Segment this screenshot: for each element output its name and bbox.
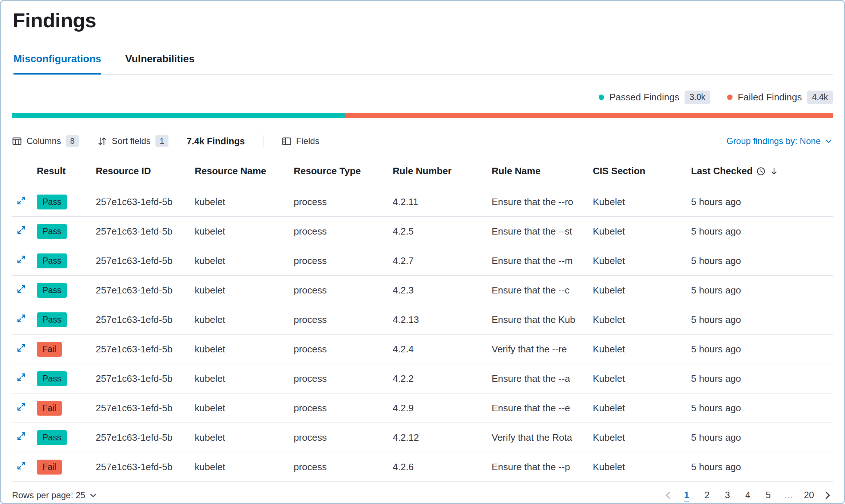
group-findings-by-button[interactable]: Group findings by: None [726,136,833,146]
col-header-rule-name[interactable]: Rule Name [487,156,588,187]
last-checked-cell: 5 hours ago [687,187,833,217]
resource-type-cell: process [289,276,388,305]
result-cell: Pass [32,187,91,217]
next-page-icon[interactable] [822,490,833,501]
group-findings-by-label: Group findings by: None [726,136,821,146]
rule-number-cell: 4.2.3 [388,276,487,305]
resource-type-cell: process [289,364,388,393]
table-row: Fail 257e1c63-1efd-5b kubelet process 4.… [12,452,833,482]
resource-id-cell: 257e1c63-1efd-5b [91,423,190,452]
passed-findings-legend: Passed Findings 3.0k [599,91,710,104]
result-badge: Pass [37,430,67,445]
resource-name-cell: kubelet [190,246,289,276]
resource-type-cell: process [289,217,388,246]
rule-number-cell: 4.2.5 [388,217,487,246]
pagination-page-5[interactable]: 5 [761,488,775,503]
expand-cell [12,246,32,276]
last-checked-cell: 5 hours ago [687,305,833,335]
expand-row-icon[interactable] [16,461,26,471]
resource-id-cell: 257e1c63-1efd-5b [91,246,190,276]
expand-row-icon[interactable] [16,402,26,412]
pagination-page-4[interactable]: 4 [741,488,755,503]
pagination-page-2[interactable]: 2 [700,488,714,503]
result-badge: Pass [37,371,67,386]
rule-name-cell: Ensure that the --st [487,217,588,246]
expand-row-icon[interactable] [16,431,26,441]
result-badge: Fail [37,401,62,416]
table-toolbar: Columns 8 Sort fields 1 7.4k Findings Fi… [12,135,833,147]
failed-bar-segment [345,113,833,118]
resource-name-cell: kubelet [190,423,289,452]
rows-per-page-button[interactable]: Rows per page: 25 [12,490,98,500]
rule-name-cell: Ensure that the --e [487,393,588,423]
col-header-last-checked[interactable]: Last Checked [687,156,833,187]
columns-grid-icon [12,136,22,146]
cis-section-cell: Kubelet [588,452,687,482]
col-header-resource-name[interactable]: Resource Name [190,156,289,187]
result-cell: Pass [32,423,91,452]
result-cell: Pass [32,246,91,276]
columns-count-badge: 8 [66,135,79,147]
tabs: Misconfigurations Vulnerabilities [12,53,833,75]
result-cell: Fail [32,393,91,423]
columns-button[interactable]: Columns 8 [12,135,79,147]
rule-name-cell: Ensure that the --a [487,364,588,393]
last-checked-label: Last Checked [691,165,753,177]
rule-name-cell: Ensure that the --p [487,452,588,482]
resource-name-cell: kubelet [190,276,289,305]
fields-button[interactable]: Fields [282,136,320,146]
result-cell: Pass [32,217,91,246]
result-badge: Fail [37,342,62,357]
result-badge: Pass [37,195,67,209]
pagination-page-20[interactable]: 20 [802,488,816,503]
expand-row-icon[interactable] [16,225,26,235]
pagination-page-3[interactable]: 3 [720,488,735,503]
expand-row-icon[interactable] [16,255,26,264]
col-header-rule-number[interactable]: Rule Number [388,156,487,187]
distribution-legend: Passed Findings 3.0k Failed Findings 4.4… [12,91,833,104]
rule-number-cell: 4.2.11 [388,187,487,217]
sort-fields-button[interactable]: Sort fields 1 [97,135,168,147]
resource-id-cell: 257e1c63-1efd-5b [91,276,190,305]
resource-id-cell: 257e1c63-1efd-5b [91,335,190,364]
rows-per-page-label: Rows per page: 25 [12,490,85,500]
columns-label: Columns [27,136,61,146]
previous-page-icon[interactable] [663,490,674,501]
rule-number-cell: 4.2.12 [388,423,487,452]
pagination-pages: 12345…20 [679,488,816,503]
rule-name-cell: Ensure that the --c [487,276,588,305]
failed-dot-icon [727,95,733,100]
col-header-result[interactable]: Result [32,156,91,187]
expand-cell [12,364,32,393]
expand-cell [12,217,32,246]
result-badge: Pass [37,224,67,239]
result-cell: Fail [32,335,91,364]
pagination-page-1[interactable]: 1 [679,488,694,503]
col-header-resource-id[interactable]: Resource ID [91,156,190,187]
table-row: Pass 257e1c63-1efd-5b kubelet process 4.… [12,217,833,246]
resource-type-cell: process [289,423,388,452]
expand-row-icon[interactable] [16,196,26,205]
expand-row-icon[interactable] [16,372,26,382]
resource-id-cell: 257e1c63-1efd-5b [91,187,190,217]
tab-vulnerabilities[interactable]: Vulnerabilities [125,53,194,74]
tab-misconfigurations[interactable]: Misconfigurations [13,53,101,74]
clock-icon [756,167,766,176]
col-header-resource-type[interactable]: Resource Type [289,156,388,187]
resource-name-cell: kubelet [190,393,289,423]
rule-name-cell: Verify that the --re [487,335,588,364]
resource-id-cell: 257e1c63-1efd-5b [91,217,190,246]
passed-bar-segment [12,113,345,118]
toolbar-divider [263,135,263,147]
col-header-cis-section[interactable]: CIS Section [588,156,687,187]
findings-page: Findings Misconfigurations Vulnerabiliti… [1,1,844,503]
resource-name-cell: kubelet [190,335,289,364]
expand-row-icon[interactable] [16,313,26,323]
page-title: Findings [13,8,832,32]
sort-descending-arrow-icon [769,167,779,176]
findings-distribution: Passed Findings 3.0k Failed Findings 4.4… [12,91,833,118]
expand-row-icon[interactable] [16,343,26,353]
resource-id-cell: 257e1c63-1efd-5b [91,393,190,423]
expand-row-icon[interactable] [16,284,26,294]
rule-name-cell: Ensure that the --m [487,246,588,276]
